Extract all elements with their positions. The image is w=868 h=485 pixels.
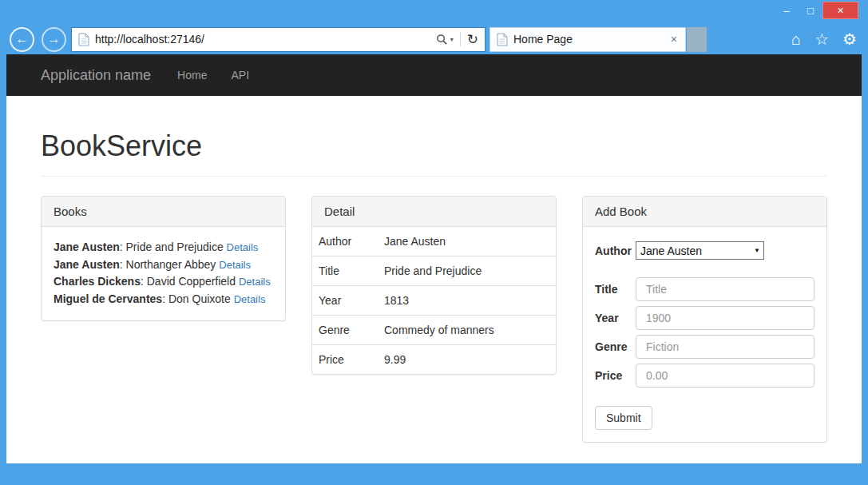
main-container: BookService Books Jane Austen: Pride and… <box>6 129 862 443</box>
detail-row-value: Jane Austen <box>378 227 556 256</box>
title-field-row: Title <box>595 277 814 301</box>
price-label: Price <box>595 369 636 382</box>
details-link[interactable]: Details <box>234 293 266 305</box>
settings-gear-icon[interactable]: ⚙ <box>842 31 857 47</box>
detail-row-label: Genre <box>312 316 378 345</box>
back-button[interactable]: ← <box>10 27 34 52</box>
detail-row-label: Price <box>312 345 378 375</box>
url-input[interactable]: http://localhost:27146/ <box>95 33 434 46</box>
tab-home-page[interactable]: Home Page × <box>489 27 686 52</box>
submit-button[interactable]: Submit <box>595 406 652 430</box>
home-icon[interactable]: ⌂ <box>791 31 801 47</box>
genre-input[interactable] <box>636 335 814 359</box>
new-tab-button[interactable] <box>687 27 707 52</box>
book-list-item: Jane Austen: Pride and Prejudice Details <box>54 239 273 256</box>
book-list-item: Charles Dickens: David Copperfield Detai… <box>54 273 273 291</box>
browser-action-icons: ⌂ ☆ ⚙ <box>791 31 857 47</box>
nav-link-api[interactable]: API <box>219 69 261 81</box>
detail-row-value: 1813 <box>378 286 556 316</box>
tab-page-icon <box>497 33 508 46</box>
book-list-item: Jane Austen: Northanger Abbey Details <box>54 256 273 274</box>
add-book-panel-title: Add Book <box>583 197 826 227</box>
book-title: David Copperfield <box>147 275 236 288</box>
title-label: Title <box>595 283 636 296</box>
window-controls: – □ × <box>775 2 858 19</box>
maximize-icon: □ <box>807 5 814 17</box>
table-row: Price 9.99 <box>312 345 556 375</box>
add-book-form: Author Jane Austen ▼ Title Year <box>583 227 826 442</box>
author-select[interactable]: Jane Austen ▼ <box>636 241 764 260</box>
detail-row-value: Commedy of manners <box>378 316 556 345</box>
detail-panel: Detail Author Jane Austen Title Pride an… <box>311 196 557 375</box>
minimize-button[interactable]: – <box>775 2 799 19</box>
page-title: BookService <box>41 129 827 163</box>
details-link[interactable]: Details <box>227 241 259 253</box>
select-arrow-icon: ▼ <box>754 247 760 254</box>
price-field-row: Price <box>595 364 814 388</box>
books-list: Jane Austen: Pride and Prejudice Details… <box>42 227 285 320</box>
author-label: Author <box>595 244 636 257</box>
genre-field-row: Genre <box>595 335 814 359</box>
titlebar: – □ × <box>0 0 868 24</box>
year-field-row: Year <box>595 306 814 330</box>
close-button[interactable]: × <box>822 2 858 19</box>
address-bar[interactable]: http://localhost:27146/ ▾ ↻ <box>71 27 486 52</box>
book-title: Northanger Abbey <box>126 258 216 271</box>
refresh-icon[interactable]: ↻ <box>466 33 480 46</box>
table-row: Genre Commedy of manners <box>312 316 556 345</box>
book-title: Don Quixote <box>168 292 231 305</box>
table-row: Author Jane Austen <box>312 227 556 256</box>
forward-button[interactable]: → <box>42 27 66 52</box>
book-title: Pride and Prejudice <box>126 241 224 253</box>
books-panel-title: Books <box>42 197 285 227</box>
books-panel: Books Jane Austen: Pride and Prejudice D… <box>41 196 286 321</box>
book-author: Charles Dickens <box>54 275 141 288</box>
page-document-icon <box>78 33 89 46</box>
chevron-down-icon: ▾ <box>450 36 454 43</box>
detail-row-value: Pride and Prejudice <box>378 256 556 286</box>
price-input[interactable] <box>636 364 814 388</box>
title-input[interactable] <box>636 277 814 301</box>
page-viewport: Application name Home API BookService Bo… <box>6 54 862 463</box>
year-label: Year <box>595 312 636 324</box>
book-separator: : <box>120 258 126 271</box>
tab-title: Home Page <box>513 33 669 46</box>
add-book-panel: Add Book Author Jane Austen ▼ Title <box>582 196 827 443</box>
favorites-star-icon[interactable]: ☆ <box>814 31 829 47</box>
book-author: Jane Austen <box>54 241 120 253</box>
table-row: Year 1813 <box>312 286 556 316</box>
address-bar-divider <box>460 32 461 46</box>
forward-arrow-icon: → <box>48 32 61 46</box>
year-input[interactable] <box>636 306 814 330</box>
genre-label: Genre <box>595 340 636 353</box>
back-arrow-icon: ← <box>16 32 29 46</box>
table-row: Title Pride and Prejudice <box>312 256 556 286</box>
detail-table: Author Jane Austen Title Pride and Preju… <box>312 227 556 374</box>
minimize-icon: – <box>783 5 789 17</box>
divider <box>41 176 827 177</box>
book-list-item: Miguel de Cervantes: Don Quixote Details <box>54 291 273 308</box>
details-link[interactable]: Details <box>219 259 251 271</box>
detail-row-label: Year <box>312 286 378 316</box>
details-link[interactable]: Details <box>239 276 271 288</box>
detail-row-value: 9.99 <box>378 345 556 375</box>
close-icon: × <box>837 4 843 17</box>
book-separator: : <box>162 292 168 305</box>
detail-row-label: Title <box>312 256 378 286</box>
browser-toolbar: ← → http://localhost:27146/ ▾ ↻ <box>0 24 868 54</box>
tab-close-icon[interactable]: × <box>669 33 679 46</box>
book-author: Jane Austen <box>54 258 120 271</box>
navbar-brand[interactable]: Application name <box>41 67 151 84</box>
author-selected-value: Jane Austen <box>640 244 702 257</box>
book-separator: : <box>141 275 147 288</box>
nav-link-home[interactable]: Home <box>165 69 219 81</box>
book-author: Miguel de Cervantes <box>54 292 162 305</box>
detail-panel-title: Detail <box>312 197 556 227</box>
book-separator: : <box>120 241 126 253</box>
maximize-button[interactable]: □ <box>799 2 822 19</box>
search-dropdown-button[interactable]: ▾ <box>434 34 455 46</box>
search-icon <box>436 34 448 46</box>
author-field-row: Author Jane Austen ▼ <box>595 241 814 260</box>
browser-window: – □ × ← → http://localhost:2714 <box>0 0 868 485</box>
panels-row: Books Jane Austen: Pride and Prejudice D… <box>41 196 827 443</box>
